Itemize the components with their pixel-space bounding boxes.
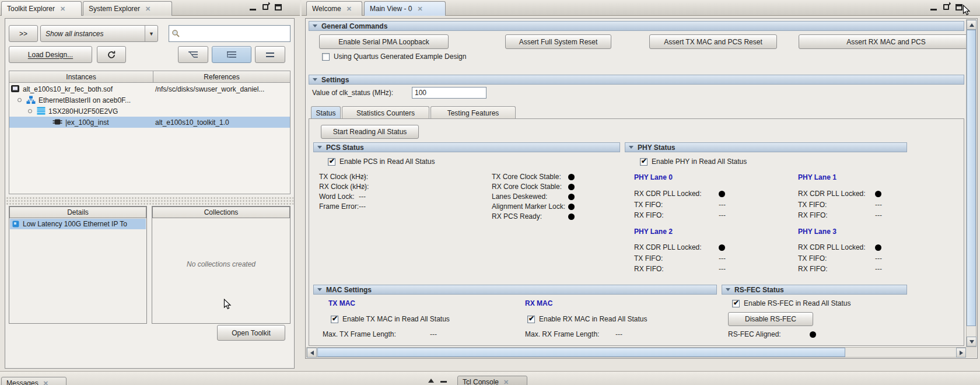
view-hierarchy-button[interactable] xyxy=(178,46,208,63)
table-row[interactable]: EthernetBlasterII on aceb0F... xyxy=(9,94,290,106)
column-header-instances[interactable]: Instances xyxy=(9,71,153,82)
float-window-icon[interactable] xyxy=(262,4,268,10)
tab-messages[interactable]: Messages ✕ xyxy=(1,377,66,385)
collapse-triangle-icon[interactable] xyxy=(313,24,317,27)
details-item-label: Low Latency 100G Ethernet IP To xyxy=(23,220,127,228)
lane1-rxfifo-label: RX FIFO: xyxy=(798,211,828,219)
tab-system-explorer[interactable]: System Explorer ✕ xyxy=(83,1,172,16)
close-icon[interactable]: ✕ xyxy=(503,379,509,385)
collapse-triangle-icon[interactable] xyxy=(313,78,317,81)
tree-slanted-icon xyxy=(187,51,199,58)
load-design-button[interactable]: Load Design... xyxy=(9,46,92,63)
minimize-icon[interactable] xyxy=(930,4,937,10)
enable-tx-mac-checkbox[interactable] xyxy=(331,316,338,323)
table-row[interactable]: alt_e100s10_kr_fec_both.sof /nfs/sc/disk… xyxy=(9,83,290,94)
refresh-button[interactable] xyxy=(97,46,126,63)
enable-rsfec-checkbox[interactable] xyxy=(732,300,740,307)
collapse-triangle-icon[interactable] xyxy=(726,288,730,291)
start-reading-all-status-button[interactable]: Start Reading All Status xyxy=(321,125,419,139)
more-filters-button[interactable]: >> xyxy=(9,25,38,42)
enable-serial-pma-loopback-button[interactable]: Enable Serial PMA Loopback xyxy=(319,34,449,49)
maximize-icon[interactable] xyxy=(956,4,963,10)
horizontal-scroll-thumb[interactable] xyxy=(317,348,845,357)
search-icon xyxy=(172,29,180,38)
tx-clock-value: --- xyxy=(359,173,366,181)
tab-testing-features[interactable]: Testing Features xyxy=(430,106,516,119)
instances-table: Instances References alt_e100s10_kr_fec_… xyxy=(9,71,290,194)
table-row-selected[interactable]: |ex_100g_inst alt_e100s10_toolkit_1.0 xyxy=(9,117,290,128)
section-mac-settings[interactable]: MAC Settings xyxy=(313,285,717,295)
tab-label: Tcl Console xyxy=(463,378,499,385)
tab-toolkit-explorer[interactable]: Toolkit Explorer ✕ xyxy=(1,1,82,16)
assert-full-system-reset-button[interactable]: Assert Full System Reset xyxy=(505,34,611,49)
expand-pane-icon[interactable] xyxy=(428,379,434,383)
phy-lane-2-title: PHY Lane 2 xyxy=(634,228,673,236)
close-icon[interactable]: ✕ xyxy=(417,5,422,13)
vertical-scrollbar[interactable] xyxy=(966,19,977,347)
tx-mac-title: TX MAC xyxy=(328,299,355,307)
clk-status-input[interactable]: 100 xyxy=(412,87,487,99)
using-quartus-example-checkbox[interactable] xyxy=(322,53,330,61)
chevron-down-icon[interactable]: ▼ xyxy=(145,26,158,41)
assert-rx-mac-pcs-reset-button[interactable]: Assert RX MAC and PCS xyxy=(799,34,967,49)
lanes-deskewed-indicator xyxy=(568,194,575,200)
tab-statistics-counters[interactable]: Statistics Counters xyxy=(342,106,429,119)
max-tx-frame-length-value: --- xyxy=(430,330,437,338)
lane3-rxfifo-label: RX FIFO: xyxy=(798,265,828,273)
minimize-icon[interactable] xyxy=(250,4,256,10)
tab-tcl-console[interactable]: Tcl Console ✕ xyxy=(457,376,527,385)
vertical-scroll-thumb[interactable] xyxy=(967,30,976,326)
lane1-cdr-indicator xyxy=(875,191,881,197)
column-header-references[interactable]: References xyxy=(153,71,290,82)
tab-welcome[interactable]: Welcome ✕ xyxy=(306,1,362,16)
tree-expander-icon[interactable] xyxy=(18,98,22,102)
section-phy-status[interactable]: PHY Status xyxy=(625,142,907,152)
details-item-selected[interactable]: Low Latency 100G Ethernet IP To xyxy=(10,219,146,229)
float-window-icon[interactable] xyxy=(943,4,949,10)
tab-label: Toolkit Explorer xyxy=(7,5,55,13)
tab-status[interactable]: Status xyxy=(311,106,341,119)
close-icon[interactable]: ✕ xyxy=(346,5,352,13)
collapse-triangle-icon[interactable] xyxy=(317,288,322,291)
disable-rsfec-button[interactable]: Disable RS-FEC xyxy=(728,312,813,326)
section-rsfec-status[interactable]: RS-FEC Status xyxy=(722,285,907,295)
search-input[interactable] xyxy=(169,25,290,42)
details-panel: Details Low Latency 100G Ethernet IP To xyxy=(9,206,147,324)
view-flat-button[interactable] xyxy=(255,46,285,63)
scroll-down-button[interactable] xyxy=(967,337,977,346)
close-icon[interactable]: ✕ xyxy=(43,380,48,385)
collapse-triangle-icon[interactable] xyxy=(629,146,634,149)
rx-core-clock-stable-indicator xyxy=(568,184,575,190)
collapse-triangle-icon[interactable] xyxy=(317,146,322,149)
open-toolkit-button[interactable]: Open Toolkit xyxy=(217,325,285,341)
maximize-icon[interactable] xyxy=(275,4,282,10)
tab-main-view-0[interactable]: Main View - 0 ✕ xyxy=(364,1,446,16)
enable-rx-mac-checkbox[interactable] xyxy=(527,316,535,323)
section-settings[interactable]: Settings xyxy=(309,75,964,85)
word-lock-label: Word Lock: xyxy=(319,192,354,201)
assert-tx-mac-pcs-reset-button[interactable]: Assert TX MAC and PCS Reset xyxy=(649,34,777,49)
scroll-right-button[interactable] xyxy=(956,348,966,358)
scroll-up-button[interactable] xyxy=(967,20,977,30)
lane1-txfifo-value: --- xyxy=(875,201,882,209)
rx-core-clock-stable-label: RX Core Clock Stable: xyxy=(492,183,562,191)
splitter-handle[interactable] xyxy=(6,197,293,205)
tree-expander-icon[interactable] xyxy=(28,109,32,113)
lane2-txfifo-label: TX FIFO: xyxy=(634,254,663,262)
details-header[interactable]: Details xyxy=(9,206,146,218)
close-icon[interactable]: ✕ xyxy=(60,5,65,13)
section-pcs-status[interactable]: PCS Status xyxy=(313,142,620,152)
view-tree-button[interactable] xyxy=(212,46,251,63)
horizontal-scrollbar[interactable] xyxy=(306,347,967,358)
instance-filter-combobox[interactable]: Show all instances ▼ xyxy=(40,25,158,42)
minimize-pane-icon[interactable] xyxy=(440,381,447,383)
close-icon[interactable]: ✕ xyxy=(145,5,150,13)
section-general-commands[interactable]: General Commands xyxy=(309,21,964,31)
collections-header[interactable]: Collections xyxy=(152,206,290,218)
scroll-left-button[interactable] xyxy=(307,348,317,358)
tab-label: Welcome xyxy=(312,5,341,13)
lane2-txfifo-value: --- xyxy=(719,254,726,262)
table-row[interactable]: 1SX280HU2F50E2VG xyxy=(9,106,290,117)
enable-phy-checkbox[interactable] xyxy=(640,158,648,166)
enable-pcs-checkbox[interactable] xyxy=(328,158,335,166)
